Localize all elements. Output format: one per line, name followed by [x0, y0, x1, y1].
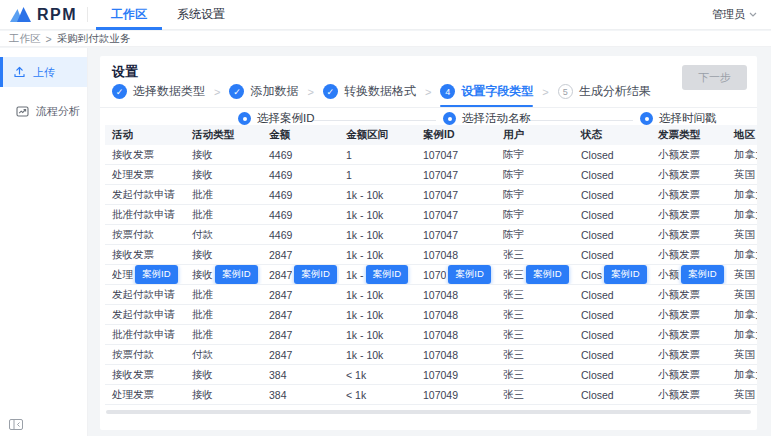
case-id-drag-badge[interactable]: 案例ID — [215, 265, 258, 284]
table-cell: 接收 — [185, 388, 262, 402]
table-cell: < 1k — [339, 389, 416, 401]
wizard-stepper: ✓选择数据类型>✓添加数据>✓转换数据格式>4设置字段类型>5生成分析结果 — [112, 83, 651, 100]
check-circle-icon: ✓ — [112, 84, 127, 99]
data-preview-table: 活动活动类型金额金额区间案例ID用户状态发票类型地区 接收发票接收4469110… — [105, 125, 757, 405]
field-selector-select-timestamp[interactable]: 选择时间戳 — [640, 111, 717, 126]
table-cell: 1k - 10k — [339, 229, 416, 241]
table-cell: 107047 — [416, 169, 496, 181]
table-row: 发起付款申请批准28471k - 10k107048张三Closed小额发票加拿… — [105, 305, 757, 325]
table-row: 处理发票接收44691107047陈宇Closed小额发票英国 — [105, 165, 757, 185]
field-selector-select-case-id[interactable]: 选择案例ID — [238, 111, 315, 126]
table-header-cell: 状态 — [574, 128, 651, 142]
horizontal-scrollbar[interactable] — [106, 410, 751, 414]
table-cell: 英国 — [727, 388, 757, 402]
table-cell: 小额发票 — [651, 308, 727, 322]
table-cell: 2847 — [262, 349, 339, 361]
table-cell: 小额发票 — [651, 388, 727, 402]
table-header-cell: 案例ID — [416, 128, 496, 142]
table-cell: 1k - 10k — [339, 329, 416, 341]
table-cell: 4469 — [262, 209, 339, 221]
table-cell: 接收发票 — [105, 148, 185, 162]
table-cell: 1k - 10k — [339, 309, 416, 321]
next-step-button[interactable]: 下一步 — [682, 65, 747, 90]
table-cell: 陈宇 — [496, 208, 574, 222]
table-cell: 英国 — [727, 348, 757, 362]
table-row: 发起付款申请批准44691k - 10k107047陈宇Closed小额发票加拿… — [105, 185, 757, 205]
tab-system-settings[interactable]: 系统设置 — [162, 0, 240, 30]
table-cell: 384 — [262, 369, 339, 381]
table-cell: 批准 — [185, 208, 262, 222]
table-cell: 107048 — [416, 349, 496, 361]
table-row: 按票付款付款28471k - 10k107048张三Closed小额发票英国 — [105, 345, 757, 365]
table-cell: 4469 — [262, 189, 339, 201]
stepper-step-2[interactable]: ✓添加数据 — [229, 83, 298, 100]
table-cell: 小额发票 — [651, 288, 727, 302]
table-cell: Closed — [574, 189, 651, 201]
field-selector-label: 选择案例ID — [257, 111, 315, 126]
table-cell: 处理发票 — [105, 168, 185, 182]
table-cell: 陈宇 — [496, 148, 574, 162]
field-selector-select-activity-name[interactable]: 选择活动名称 — [443, 111, 531, 126]
table-cell: 按票付款 — [105, 348, 185, 362]
table-cell: 英国 — [727, 168, 757, 182]
table-header-cell: 活动 — [105, 128, 185, 142]
table-cell: Closed — [574, 169, 651, 181]
case-id-drag-badge[interactable]: 案例ID — [294, 265, 337, 284]
case-id-drag-badge[interactable]: 案例ID — [448, 265, 491, 284]
table-cell: 1 — [339, 169, 416, 181]
table-cell: 英国 — [727, 288, 757, 302]
table-cell: 107048 — [416, 249, 496, 261]
app-logo: RPM — [0, 6, 87, 24]
table-cell: 付款 — [185, 228, 262, 242]
table-cell: 张三案例ID — [496, 265, 574, 284]
table-cell: Closed — [574, 249, 651, 261]
table-cell: 2847案例ID — [262, 265, 339, 284]
stepper-step-4[interactable]: 4设置字段类型 — [440, 83, 533, 100]
case-id-drag-badge[interactable]: 案例ID — [366, 265, 409, 284]
table-cell: 小额案例ID — [651, 265, 727, 284]
table-row: 批准付款申请批准28471k - 10k107048张三Closed小额发票加拿… — [105, 325, 757, 345]
selector-connector-line — [312, 120, 436, 121]
table-cell: Closed — [574, 389, 651, 401]
table-row: 按票付款付款44691k - 10k107047陈宇Closed小额发票英国 — [105, 225, 757, 245]
table-cell: Closed — [574, 209, 651, 221]
logo-text: RPM — [37, 6, 77, 24]
stepper-step-5[interactable]: 5生成分析结果 — [558, 83, 651, 100]
field-selector-icon — [443, 112, 456, 125]
table-cell: 4469 — [262, 229, 339, 241]
table-cell-text: 2847 — [269, 269, 292, 281]
nav-tabs: 工作区系统设置 — [96, 0, 240, 30]
table-cell: 小额发票 — [651, 228, 727, 242]
table-cell: 批准付款申请 — [105, 208, 185, 222]
table-cell: 陈宇 — [496, 228, 574, 242]
table-cell: 加拿大 — [727, 328, 757, 342]
case-id-drag-badge[interactable]: 案例ID — [604, 265, 647, 284]
case-id-drag-badge[interactable]: 案例ID — [135, 265, 178, 284]
dot — [243, 117, 247, 121]
sidebar-item-process-analysis[interactable]: 流程分析 — [0, 96, 87, 126]
table-cell: 1k - 10k — [339, 349, 416, 361]
table-cell: 接收发票 — [105, 248, 185, 262]
stepper-step-1[interactable]: ✓选择数据类型 — [112, 83, 205, 100]
table-cell: 小额发票 — [651, 168, 727, 182]
upload-icon — [13, 66, 26, 79]
dot — [448, 117, 452, 121]
table-cell: 付款 — [185, 348, 262, 362]
table-cell: 2847 — [262, 309, 339, 321]
table-row: 处理案例ID接收案例ID2847案例ID1k -案例ID1070案例ID张三案例… — [105, 265, 757, 285]
table-header-cell: 活动类型 — [185, 128, 262, 142]
tab-workspace[interactable]: 工作区 — [96, 0, 162, 30]
sidebar-item-upload[interactable]: 上传 — [0, 57, 87, 87]
table-cell-text: 张三 — [503, 268, 524, 282]
step-label: 设置字段类型 — [461, 83, 533, 100]
case-id-drag-badge[interactable]: 案例ID — [526, 265, 569, 284]
breadcrumb-workspace[interactable]: 工作区 — [9, 32, 41, 46]
sidebar-collapse-icon[interactable] — [9, 419, 23, 430]
table-cell: 1k - 10k — [339, 249, 416, 261]
case-id-drag-badge[interactable]: 案例ID — [681, 265, 724, 284]
user-menu[interactable]: 管理员 — [712, 7, 771, 22]
table-cell: 加拿大 — [727, 368, 757, 382]
dot — [645, 117, 649, 121]
breadcrumb-separator: > — [46, 33, 52, 45]
stepper-step-3[interactable]: ✓转换数据格式 — [323, 83, 416, 100]
